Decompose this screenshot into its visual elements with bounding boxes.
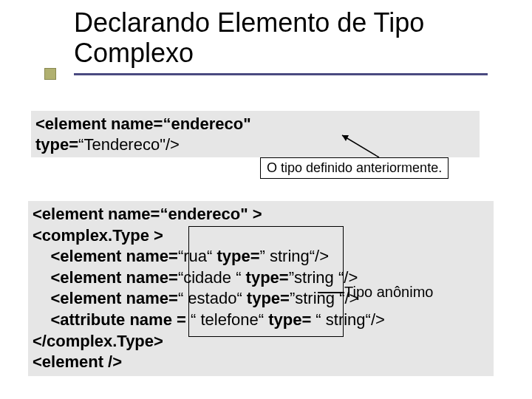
code2-line8: <element />: [33, 352, 489, 373]
slide-title: Declarando Elemento de Tipo Complexo: [74, 7, 488, 73]
code2-line1: <element name=“endereco" >: [33, 204, 489, 225]
svg-line-0: [342, 135, 379, 157]
note-previous-type: O tipo definido anteriormente.: [260, 157, 449, 179]
arrow-to-type: [338, 132, 383, 161]
code-block-1: <element name=“endereco" type=“Tendereco…: [31, 111, 480, 157]
code2-line6: <attribute name = “ telefone“ type= “ st…: [33, 310, 489, 331]
code2-line2: <complex.Type >: [33, 225, 489, 247]
title-underline: [74, 73, 488, 75]
code1-line2: type=“Tendereco"/>: [35, 134, 475, 155]
code1-line1: <element name=“endereco": [35, 114, 475, 134]
title-bullet-square: [44, 68, 56, 80]
code2-line7: </complex.Type>: [33, 331, 489, 352]
callout-line: [318, 292, 344, 293]
code2-line3: <element name=“rua“ type=” string“/>: [33, 246, 489, 267]
note-anonymous-type: Tipo anônimo: [344, 284, 433, 301]
